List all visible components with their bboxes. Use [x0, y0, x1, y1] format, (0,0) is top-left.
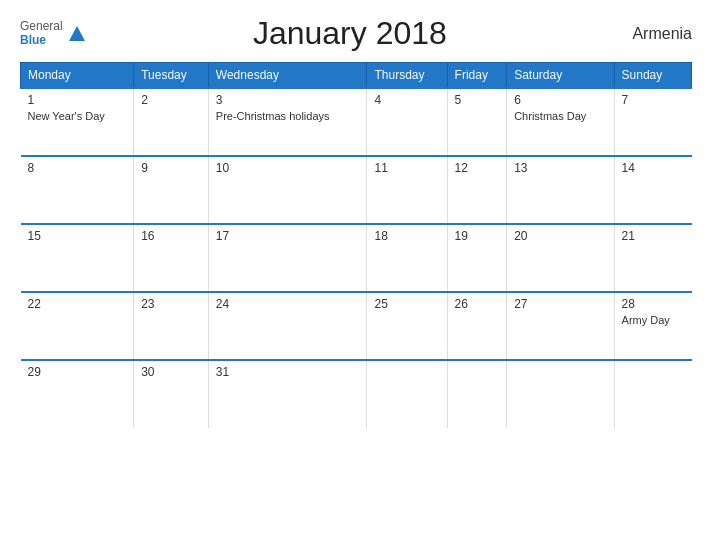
calendar-week-row: 1New Year's Day23Pre-Christmas holidays4… [21, 88, 692, 156]
day-number: 5 [455, 93, 500, 107]
day-number: 29 [28, 365, 127, 379]
calendar-cell: 7 [614, 88, 691, 156]
day-number: 25 [374, 297, 439, 311]
calendar-day-header: Tuesday [134, 63, 209, 89]
holiday-label: New Year's Day [28, 110, 105, 122]
calendar-week-row: 15161718192021 [21, 224, 692, 292]
day-number: 13 [514, 161, 606, 175]
day-number: 10 [216, 161, 360, 175]
day-number: 16 [141, 229, 201, 243]
calendar-cell: 27 [507, 292, 614, 360]
calendar-cell: 21 [614, 224, 691, 292]
calendar-cell: 28Army Day [614, 292, 691, 360]
day-number: 9 [141, 161, 201, 175]
calendar-cell: 13 [507, 156, 614, 224]
calendar-cell: 11 [367, 156, 447, 224]
calendar-cell [447, 360, 507, 428]
page: General Blue January 2018 Armenia Monday… [0, 0, 712, 550]
header: General Blue January 2018 Armenia [20, 15, 692, 52]
day-number: 21 [622, 229, 685, 243]
holiday-label: Pre-Christmas holidays [216, 110, 330, 122]
calendar-cell: 15 [21, 224, 134, 292]
calendar-table: MondayTuesdayWednesdayThursdayFridaySatu… [20, 62, 692, 428]
day-number: 20 [514, 229, 606, 243]
day-number: 19 [455, 229, 500, 243]
calendar-day-header: Thursday [367, 63, 447, 89]
day-number: 28 [622, 297, 685, 311]
calendar-cell: 18 [367, 224, 447, 292]
calendar-cell: 22 [21, 292, 134, 360]
calendar-cell: 14 [614, 156, 691, 224]
day-number: 11 [374, 161, 439, 175]
day-number: 30 [141, 365, 201, 379]
calendar-week-row: 22232425262728Army Day [21, 292, 692, 360]
calendar-cell: 25 [367, 292, 447, 360]
calendar-day-header: Friday [447, 63, 507, 89]
day-number: 23 [141, 297, 201, 311]
logo-blue-text: Blue [20, 34, 63, 47]
day-number: 3 [216, 93, 360, 107]
day-number: 24 [216, 297, 360, 311]
calendar-title: January 2018 [88, 15, 612, 52]
calendar-cell: 5 [447, 88, 507, 156]
day-number: 12 [455, 161, 500, 175]
calendar-cell: 9 [134, 156, 209, 224]
logo: General Blue [20, 20, 88, 46]
day-number: 31 [216, 365, 360, 379]
calendar-cell: 3Pre-Christmas holidays [208, 88, 367, 156]
calendar-cell [367, 360, 447, 428]
calendar-cell: 20 [507, 224, 614, 292]
calendar-cell: 29 [21, 360, 134, 428]
calendar-cell: 24 [208, 292, 367, 360]
country-label: Armenia [612, 25, 692, 43]
calendar-cell: 31 [208, 360, 367, 428]
svg-marker-0 [69, 26, 85, 41]
calendar-week-row: 293031 [21, 360, 692, 428]
calendar-day-header: Sunday [614, 63, 691, 89]
calendar-cell [614, 360, 691, 428]
calendar-cell: 8 [21, 156, 134, 224]
day-number: 18 [374, 229, 439, 243]
calendar-cell: 10 [208, 156, 367, 224]
calendar-cell: 1New Year's Day [21, 88, 134, 156]
calendar-cell: 23 [134, 292, 209, 360]
calendar-cell: 16 [134, 224, 209, 292]
day-number: 22 [28, 297, 127, 311]
logo-general-text: General [20, 20, 63, 33]
calendar-day-header: Wednesday [208, 63, 367, 89]
calendar-cell [507, 360, 614, 428]
logo-icon [66, 23, 88, 45]
calendar-day-header: Monday [21, 63, 134, 89]
calendar-cell: 2 [134, 88, 209, 156]
day-number: 26 [455, 297, 500, 311]
day-number: 2 [141, 93, 201, 107]
calendar-header-row: MondayTuesdayWednesdayThursdayFridaySatu… [21, 63, 692, 89]
day-number: 17 [216, 229, 360, 243]
day-number: 15 [28, 229, 127, 243]
day-number: 14 [622, 161, 685, 175]
calendar-cell: 17 [208, 224, 367, 292]
calendar-cell: 6Christmas Day [507, 88, 614, 156]
day-number: 1 [28, 93, 127, 107]
calendar-day-header: Saturday [507, 63, 614, 89]
day-number: 6 [514, 93, 606, 107]
calendar-cell: 12 [447, 156, 507, 224]
holiday-label: Army Day [622, 314, 670, 326]
calendar-cell: 19 [447, 224, 507, 292]
holiday-label: Christmas Day [514, 110, 586, 122]
calendar-cell: 30 [134, 360, 209, 428]
day-number: 8 [28, 161, 127, 175]
calendar-cell: 4 [367, 88, 447, 156]
calendar-cell: 26 [447, 292, 507, 360]
day-number: 4 [374, 93, 439, 107]
day-number: 27 [514, 297, 606, 311]
calendar-week-row: 891011121314 [21, 156, 692, 224]
day-number: 7 [622, 93, 685, 107]
